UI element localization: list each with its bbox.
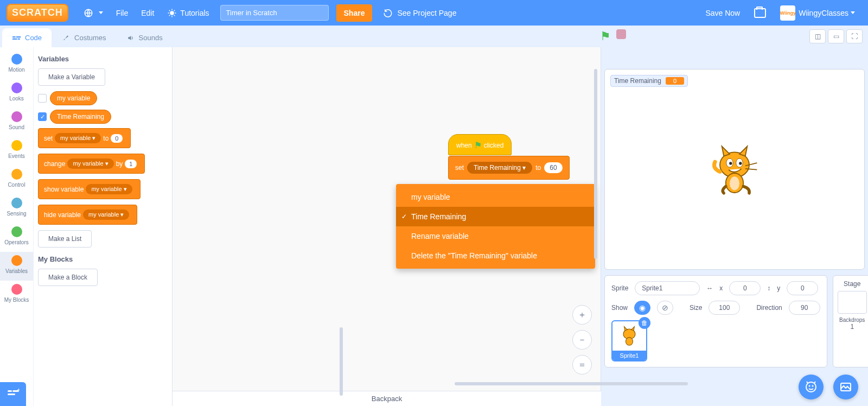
tutorials-button[interactable]: Tutorials [161,0,215,26]
dropdown-delete-variable[interactable]: Delete the "Time Remaining" variable [396,246,595,265]
category-looks[interactable]: Looks [0,79,33,108]
add-backdrop-button[interactable] [833,375,858,399]
hide-sprite-button[interactable]: ⊘ [657,301,673,315]
category-sensing[interactable]: Sensing [0,194,33,223]
sprite-x-input[interactable] [729,281,761,295]
variable-row: ✓Time Remaining [38,110,168,124]
category-motion[interactable]: Motion [0,50,33,79]
chevron-down-icon [851,11,855,14]
variable-reporter[interactable]: Time Remaining [50,110,111,124]
variable-monitor[interactable]: Time Remaining 0 [610,75,688,87]
see-project-label: See Project Page [397,9,456,17]
category-dot [11,284,22,295]
add-sprite-button[interactable] [799,375,824,399]
green-flag-icon: ⚑ [474,140,482,150]
svg-rect-8 [8,394,15,395]
svg-point-14 [739,162,742,164]
scratch-logo[interactable]: SCRATCH [7,4,68,22]
category-dot [11,169,22,180]
zoom-in-button[interactable]: ＋ [572,305,592,325]
stage-header: ⚑ ◫ ▭ ⛶ [595,26,863,47]
file-menu[interactable]: File [110,0,135,26]
sprite-direction-input[interactable] [789,301,820,315]
sprite-on-stage[interactable] [710,141,759,198]
palette-block-set[interactable]: set my variable ▾ to 0 [38,128,131,148]
zoom-reset-button[interactable]: ＝ [572,355,592,375]
category-events[interactable]: Events [0,137,33,166]
svg-rect-2 [12,36,16,37]
dropdown-option-my-variable[interactable]: my variable [396,187,595,207]
palette-scrollbar[interactable] [340,327,343,396]
my-stuff-icon[interactable] [754,8,766,18]
zoom-out-button[interactable]: － [572,330,592,350]
stage-fullscreen-button[interactable]: ⛶ [846,29,863,43]
change-var-dropdown[interactable]: my variable ▾ [67,158,113,169]
tab-sounds[interactable]: Sounds [116,28,173,47]
palette-block-hide[interactable]: hide variable my variable ▾ [38,205,137,225]
see-project-page-button[interactable]: See Project Page [375,8,464,18]
stage-small-button[interactable]: ◫ [809,29,826,43]
tab-sounds-label: Sounds [139,34,163,42]
main-area: MotionLooksSoundEventsControlSensingOper… [0,47,868,406]
category-operators[interactable]: Operators [0,223,33,252]
dropdown-rename-variable[interactable]: Rename variable [396,226,595,246]
direction-label: Direction [756,304,782,312]
dropdown-option-time-remaining[interactable]: ✓ Time Remaining [396,207,595,226]
show-var-dropdown[interactable]: my variable ▾ [86,184,132,194]
stage-select-panel[interactable]: Stage Backdrops 1 [833,275,868,367]
stage-large-button[interactable]: ▭ [828,29,844,43]
category-control[interactable]: Control [0,166,33,194]
svg-point-23 [812,385,814,387]
variable-checkbox[interactable] [38,94,47,103]
sprite-y-input[interactable] [787,281,818,295]
stage-thumbnail[interactable] [838,291,867,314]
change-var-value[interactable]: 1 [125,160,137,168]
variable-reporter[interactable]: my variable [50,91,97,105]
green-flag-button[interactable]: ⚑ [600,29,611,43]
sprite-name-input[interactable] [635,281,700,295]
tab-costumes-label: Costumes [74,34,106,42]
workspace-scrollbar-horizontal[interactable] [455,382,688,385]
variable-checkbox[interactable]: ✓ [38,112,47,121]
workspace-zoom-controls: ＋ － ＝ [572,305,592,375]
palette-block-show[interactable]: show variable my variable ▾ [38,179,141,199]
set-var-value[interactable]: 0 [111,134,123,143]
hide-var-dropdown[interactable]: my variable ▾ [83,210,129,220]
palette-block-change[interactable]: change my variable ▾ by 1 [38,154,145,174]
project-title-input[interactable] [220,5,329,21]
tab-code[interactable]: Code [2,28,52,47]
set-var-dropdown[interactable]: my variable ▾ [55,133,101,143]
set-variable-value-input[interactable]: 60 [544,162,562,173]
show-sprite-button[interactable]: ◉ [634,301,650,315]
menu-bar: SCRATCH File Edit Tutorials Share See Pr… [0,0,868,26]
size-label: Size [690,304,702,312]
add-extension-button[interactable]: + [0,382,26,406]
sprite-thumbnail[interactable]: 🗑 Sprite1 [611,320,647,361]
right-panel: Time Remaining 0 [601,47,868,406]
tab-costumes[interactable]: Costumes [52,28,116,47]
show-label: Show [611,304,628,312]
set-variable-dropdown[interactable]: Time Remaining ▾ [467,162,532,174]
stage[interactable]: Time Remaining 0 [604,69,865,270]
make-block-button[interactable]: Make a Block [38,269,98,286]
sprite-size-input[interactable] [709,301,740,315]
language-menu[interactable] [77,0,110,26]
workspace-scrollbar-vertical[interactable] [594,69,597,259]
make-list-button[interactable]: Make a List [38,230,92,248]
share-button[interactable]: Share [336,4,373,22]
delete-sprite-button[interactable]: 🗑 [639,317,650,329]
set-variable-block[interactable]: set Time Remaining ▾ to 60 [448,156,570,180]
when-flag-clicked-block[interactable]: when ⚑ clicked [448,134,512,155]
category-my-blocks[interactable]: My Blocks [0,281,33,309]
edit-menu[interactable]: Edit [135,0,161,26]
svg-point-16 [730,176,739,190]
stop-button[interactable] [616,29,626,39]
save-now-button[interactable]: Save Now [699,0,746,26]
y-icon: ↕ [767,284,770,292]
category-variables[interactable]: Variables [0,252,33,281]
make-variable-button[interactable]: Make a Variable [38,68,105,86]
account-menu[interactable]: Wiingy WiingyClasses [774,0,861,26]
category-sound[interactable]: Sound [0,108,33,137]
backpack-header[interactable]: Backpack [173,391,601,406]
code-workspace[interactable]: when ⚑ clicked set Time Remaining ▾ to 6… [173,47,601,391]
